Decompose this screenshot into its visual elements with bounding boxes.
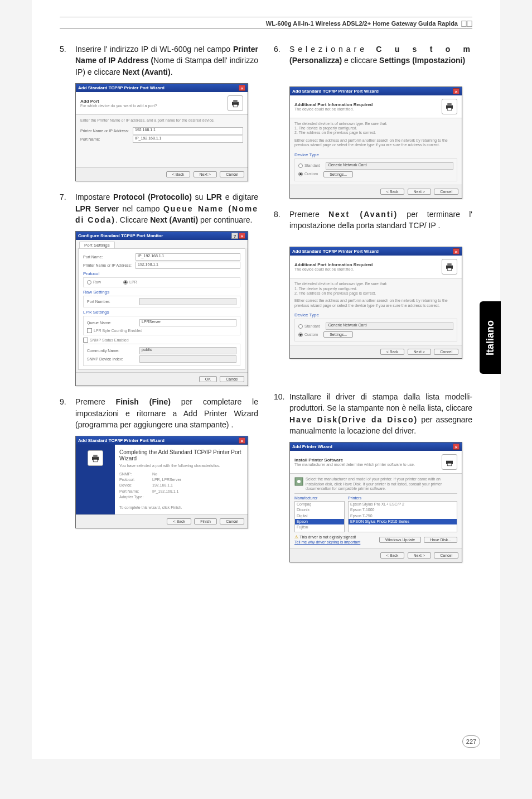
svg-rect-6 <box>93 455 98 458</box>
bold-text: LPR Server <box>75 204 119 213</box>
printers-list[interactable]: Epson Stylus Pro XL+ ESC/P 2 Epson T-100… <box>348 501 457 532</box>
text: . Cliccare <box>115 215 150 224</box>
text: e cliccare <box>342 56 379 65</box>
svg-rect-0 <box>462 21 466 26</box>
step-text: Selezionare C u s t o m (Personalizza) e… <box>289 44 472 66</box>
windows-update-button[interactable]: Windows Update <box>379 537 421 543</box>
text: . <box>171 68 173 76</box>
dialog-titlebar: Add Standard TCP/IP Printer Port Wizard … <box>290 247 462 256</box>
cancel-button[interactable]: Cancel <box>434 349 458 355</box>
tab-port-settings[interactable]: Port Settings <box>79 242 115 248</box>
printer-icon <box>442 99 457 114</box>
text: 1. The device is properly configured. <box>294 126 457 131</box>
bold-text: Next (Avanti) <box>328 210 398 219</box>
field-label: Port Name: <box>83 255 133 259</box>
radio-custom[interactable]: Custom <box>298 171 318 176</box>
field-label: Community Name: <box>87 349 137 353</box>
list-item[interactable]: Epson Stylus Pro XL+ ESC/P 2 <box>349 502 457 507</box>
next-button[interactable]: Next > <box>194 171 217 177</box>
queuename-input[interactable]: LPRServer <box>139 319 236 326</box>
next-button[interactable]: Next > <box>408 552 431 559</box>
back-button[interactable]: < Back <box>380 189 405 195</box>
radio-lpr[interactable]: LPR <box>123 280 137 285</box>
dialog-body: Select the manufacturer and model of you… <box>290 474 462 548</box>
checkbox-snmp[interactable]: SNMP Status Enabled <box>83 338 240 343</box>
radio-raw[interactable]: Raw <box>87 280 101 285</box>
close-icon[interactable]: × <box>453 444 460 450</box>
close-icon[interactable]: × <box>239 437 245 444</box>
section-label: LPR Settings <box>83 310 240 315</box>
list-item[interactable]: Epson T-1000 <box>349 507 457 513</box>
close-icon[interactable]: × <box>239 233 245 239</box>
cancel-button[interactable]: Cancel <box>220 518 244 524</box>
checkbox-lpr-byte[interactable]: LPR Byte Counting Enabled <box>87 328 236 333</box>
radio-custom[interactable]: Custom <box>298 332 318 337</box>
step-text: Premere Finish (Fine) per completare le … <box>75 396 258 430</box>
close-icon[interactable]: × <box>453 248 460 254</box>
back-button[interactable]: < Back <box>380 552 405 559</box>
column-header: Printers <box>348 496 457 500</box>
header-rule-top <box>60 17 472 17</box>
text: Selezionare <box>289 45 367 54</box>
step-text: Impostare Protocol (Protocollo) su LPR e… <box>75 191 258 225</box>
svg-rect-7 <box>93 459 98 462</box>
svg-rect-3 <box>233 100 238 103</box>
settings-button[interactable]: Settings... <box>323 331 353 338</box>
doc-header-title: WL-600g All-in-1 Wireless ADSL2/2+ Home … <box>266 20 458 27</box>
text: Either correct the address and perform a… <box>294 138 457 148</box>
list-item[interactable]: Epson T-750 <box>349 513 457 519</box>
radio-standard[interactable]: Standard <box>298 324 320 329</box>
back-button[interactable]: < Back <box>166 171 191 177</box>
cancel-button[interactable]: Cancel <box>220 376 244 382</box>
text: 2. The address on the previous page is c… <box>294 291 457 296</box>
text: 2. The address on the previous page is c… <box>294 131 457 135</box>
right-column: 6. Selezionare C u s t o m (Personalizza… <box>274 44 472 572</box>
help-icon[interactable]: ? <box>231 233 238 239</box>
cancel-button[interactable]: Cancel <box>434 552 458 559</box>
next-button[interactable]: Next > <box>408 349 431 355</box>
svg-rect-1 <box>467 21 472 26</box>
list-item[interactable]: Diconix <box>295 507 344 513</box>
text: per continuare. <box>198 215 252 224</box>
manufacturer-list[interactable]: Compaq Diconix Digital Epson Fujitsu <box>294 501 345 532</box>
field-value: IP_192.168.1.1 <box>152 489 179 494</box>
portname-input[interactable]: IP_192.168.1.1 <box>136 253 240 261</box>
list-item[interactable]: Fujitsu <box>295 524 344 530</box>
printer-icon <box>228 95 243 111</box>
radio-standard[interactable]: Standard <box>298 163 320 168</box>
settings-button[interactable]: Settings... <box>323 171 353 177</box>
field-label: Port Name: <box>80 137 130 141</box>
ip-input[interactable]: 192.168.1.1 <box>136 262 240 269</box>
section-label: Device Type <box>294 152 457 157</box>
bold-text: Finish (Fine) <box>116 397 171 406</box>
step-8: 8. Premere Next (Avanti) per terminare l… <box>274 209 472 232</box>
ip-input[interactable]: 192.168.1.1 <box>133 127 243 134</box>
finish-button[interactable]: Finish <box>194 518 217 524</box>
dialog-titlebar: Add Standard TCP/IP Printer Port Wizard … <box>76 436 248 445</box>
back-button[interactable]: < Back <box>380 349 405 355</box>
portname-input[interactable]: IP_192.168.1.1 <box>133 136 243 143</box>
page: WL-600g All-in-1 Wireless ADSL2/2+ Home … <box>32 0 500 759</box>
dialog-subheading: The device could not be identified. <box>294 107 373 111</box>
list-item[interactable]: Epson <box>295 519 344 524</box>
back-button[interactable]: < Back <box>167 518 191 524</box>
signing-link[interactable]: Tell me why driver signing is important <box>294 540 360 544</box>
field-label: SNMP: <box>119 472 150 476</box>
list-item[interactable]: Digital <box>295 513 344 519</box>
dialog-heading: Additional Port Information Required <box>294 102 373 107</box>
have-disk-button[interactable]: Have Disk... <box>424 537 457 543</box>
list-item[interactable]: EPSON Stylus Photo R210 Series <box>349 519 457 524</box>
list-item[interactable]: Compaq <box>295 502 344 507</box>
two-columns: 5. Inserire l' indirizzo IP di WL-600g n… <box>60 44 472 572</box>
cancel-button[interactable]: Cancel <box>220 171 244 177</box>
close-icon[interactable]: × <box>453 88 460 94</box>
bold-text: Next (Avanti) <box>123 68 171 76</box>
cancel-button[interactable]: Cancel <box>434 189 458 195</box>
dialog-header: Install Printer Software The manufacture… <box>290 451 462 474</box>
close-icon[interactable]: × <box>239 85 245 91</box>
next-button[interactable]: Next > <box>408 189 431 195</box>
dialog-buttons: < Back Finish Cancel <box>76 514 248 528</box>
dialog-buttons: < Back Next > Cancel <box>290 185 462 198</box>
field-label: Printer Name or IP Address: <box>83 263 133 267</box>
ok-button[interactable]: OK <box>199 376 217 382</box>
